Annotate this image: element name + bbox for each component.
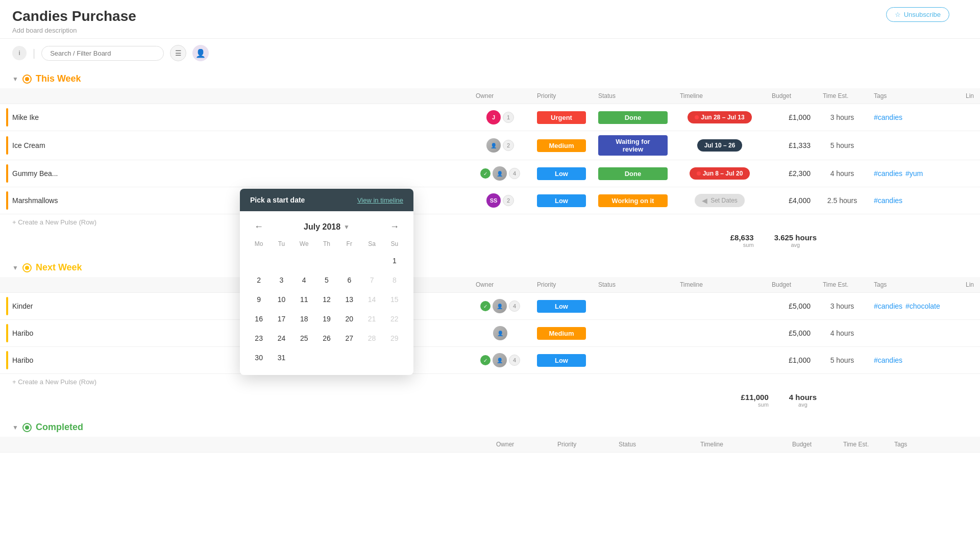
collapse-button-this-week[interactable]: ▼ [12,76,18,83]
cal-day[interactable]: 5 [317,271,336,289]
table-row[interactable]: Mike Ike J 1 Urgent Done Jun 28 – Jul 13… [0,104,980,131]
owner-cell: 👤 2 [470,131,531,160]
cal-day[interactable]: 9 [250,290,268,309]
collapse-button-completed[interactable]: ▼ [12,424,18,431]
cal-day[interactable]: 1 [385,252,404,270]
table-row[interactable]: Haribo 👤 Medium £5,000 4 hours [0,320,980,347]
priority-badge[interactable]: Low [537,354,586,367]
cal-day[interactable]: 18 [295,310,313,328]
priority-badge[interactable]: Low [537,167,586,180]
col-owner-header-nw: Owner [470,277,531,293]
add-row-next-week[interactable]: + Create a New Pulse (Row) [0,374,980,390]
item-name[interactable]: Kinder [12,302,33,310]
budget-cell: £5,000 [766,320,817,347]
cal-day[interactable]: 13 [340,290,358,309]
priority-badge[interactable]: Low [537,300,586,313]
col-status-header: Status [592,88,674,104]
budget-cell: £4,000 [766,187,817,214]
cal-day[interactable]: 10 [272,290,290,309]
cal-day[interactable]: 12 [317,290,336,309]
cal-day[interactable]: 16 [250,310,268,328]
add-row-this-week[interactable]: + Create a New Pulse (Row) [0,214,980,230]
tags-cell: #candies#chocolate [868,293,960,320]
cal-day[interactable]: 4 [295,271,313,289]
item-name[interactable]: Ice Cream [12,141,45,149]
table-row[interactable]: Marshmallows SS 2 Low Working on it ◀ Se… [0,187,980,214]
cal-day: 21 [363,310,381,328]
timeline-badge[interactable]: Jul 10 – 26 [697,139,743,152]
item-name[interactable]: Marshmallows [12,196,58,205]
cal-day[interactable]: 17 [272,310,290,328]
tag[interactable]: #candies [874,113,902,121]
count-badge: 4 [509,355,520,366]
item-name[interactable]: Haribo [12,329,33,337]
item-name[interactable]: Mike Ike [12,113,39,121]
cal-day[interactable]: 24 [272,329,290,347]
prev-month-button[interactable]: ← [250,219,267,234]
month-label[interactable]: July 2018 ▼ [304,222,350,232]
status-badge[interactable]: Done [598,111,668,124]
tag[interactable]: #yum [905,169,923,178]
table-next-week: Owner Priority Status Timeline Budget Ti… [0,277,980,374]
cal-day[interactable]: 11 [295,290,313,309]
owner-avatar: 👤 [493,166,507,181]
user-avatar-button[interactable]: 👤 [192,45,209,61]
timeline-badge[interactable]: Jun 8 – Jul 20 [690,167,750,180]
timeline-dot [697,171,701,176]
table-row[interactable]: Haribo ✓ 👤 4 Low £1,000 5 hours #candies [0,347,980,374]
next-month-button[interactable]: → [386,219,403,234]
cal-day[interactable]: 20 [340,310,358,328]
collapse-button-next-week[interactable]: ▼ [12,264,18,271]
unsubscribe-button[interactable]: ☆ Unsubscribe [886,7,949,22]
priority-badge[interactable]: Medium [537,139,586,152]
cal-day[interactable]: 6 [340,271,358,289]
item-name[interactable]: Haribo [12,356,33,364]
priority-badge[interactable]: Low [537,194,586,207]
status-badge[interactable]: Waiting for review [598,135,668,156]
view-timeline-link[interactable]: View in timeline [357,196,403,204]
line-cell [960,187,980,214]
tag[interactable]: #candies [874,169,902,178]
budget-cell: £1,333 [766,131,817,160]
timeline-badge[interactable]: Jun 28 – Jul 13 [688,111,751,123]
info-button[interactable]: i [12,46,27,60]
group-header-next-week: ▼ Next Week [0,256,980,277]
status-badge[interactable]: Working on it [598,194,668,207]
col-item-header [0,88,470,104]
table-row[interactable]: Gummy Bea... ✓ 👤 4 Low Done Jun 8 – Jul … [0,160,980,187]
summary-this-week: £8,633 sum 3.625 hours avg [0,230,980,256]
top-bar: i | ☰ 👤 [0,39,980,67]
cal-day[interactable]: 27 [340,329,358,347]
item-name[interactable]: Gummy Bea... [12,169,58,178]
priority-badge[interactable]: Medium [537,327,586,340]
timeline-cell: Jun 8 – Jul 20 [674,160,766,187]
tag[interactable]: #candies [874,356,902,364]
cal-day[interactable]: 30 [250,348,268,367]
table-row[interactable]: Kinder ✓ 👤 4 Low £5,000 3 hours #candies… [0,293,980,320]
col-owner-header-c: Owner [490,437,551,453]
filter-button[interactable]: ☰ [170,45,186,61]
table-row[interactable]: Ice Cream 👤 2 Medium Waiting for review … [0,131,980,160]
group-title-completed: Completed [36,422,83,433]
cal-day[interactable]: 26 [317,329,336,347]
cal-day[interactable]: 31 [272,348,290,367]
cal-day[interactable]: 23 [250,329,268,347]
time-avg-label-nw: avg [789,402,817,408]
cal-day[interactable]: 3 [272,271,290,289]
timeline-cell [674,293,766,320]
priority-badge[interactable]: Urgent [537,111,586,124]
page-subtitle[interactable]: Add board description [12,27,968,34]
cal-day-header: Th [316,238,337,249]
table-header-row-nw: Owner Priority Status Timeline Budget Ti… [0,277,980,293]
cal-day[interactable]: 19 [317,310,336,328]
col-tags-header-nw: Tags [868,277,960,293]
table-header-row-c: Owner Priority Status Timeline Budget Ti… [0,437,980,453]
timeline-set-dates[interactable]: ◀ Set Dates [695,194,745,207]
tag[interactable]: #chocolate [905,302,940,310]
cal-day[interactable]: 2 [250,271,268,289]
tag[interactable]: #candies [874,196,902,205]
status-badge[interactable]: Done [598,167,668,180]
cal-day[interactable]: 25 [295,329,313,347]
tag[interactable]: #candies [874,302,902,310]
search-input[interactable] [41,46,164,61]
